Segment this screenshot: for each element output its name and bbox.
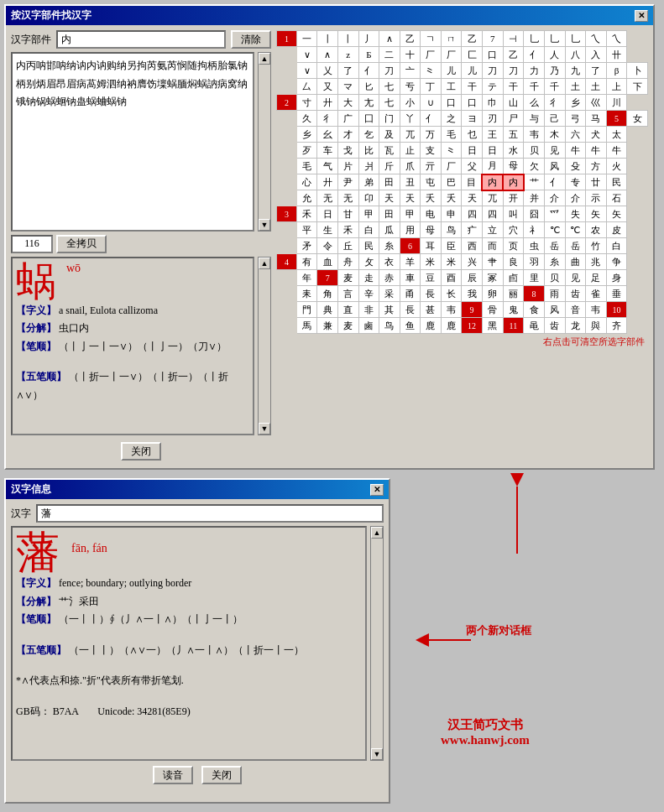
grid-cell[interactable]: 卜 <box>627 63 648 79</box>
grid-cell[interactable]: 广 <box>338 111 359 127</box>
grid-cell[interactable]: 鹿 <box>441 318 462 334</box>
grid-cell[interactable]: 刀 <box>503 63 524 79</box>
grid-cell[interactable]: ⺀ <box>421 63 442 79</box>
grid-cell[interactable]: 典 <box>317 302 338 318</box>
grid-cell[interactable]: 馬 <box>296 318 317 334</box>
grid-cell[interactable]: 丨 <box>317 31 338 47</box>
grid-cell[interactable]: 車 <box>400 270 421 286</box>
grid-cell[interactable]: 鱼 <box>400 318 421 334</box>
grid-cell[interactable]: 毛 <box>441 127 462 143</box>
grid-cell[interactable]: 衣 <box>379 254 400 270</box>
grid-cell[interactable]: 水 <box>503 143 524 159</box>
grid-cell[interactable]: 直 <box>338 302 359 318</box>
grid-cell[interactable]: 血 <box>317 254 338 270</box>
grid-cell[interactable]: 天 <box>462 190 483 206</box>
grid-cell[interactable]: 亐 <box>400 79 421 95</box>
grid-cell[interactable]: 王 <box>482 127 503 143</box>
grid-cell[interactable]: z <box>338 47 359 63</box>
grid-cell[interactable]: 上 <box>606 79 627 95</box>
grid-cell[interactable]: 贝 <box>524 143 545 159</box>
grid-cell[interactable]: 夭 <box>421 190 442 206</box>
grid-cell[interactable]: 乞 <box>358 127 379 143</box>
grid-cell[interactable]: 竹 <box>586 238 607 254</box>
grid-cell[interactable]: 囧 <box>524 206 545 222</box>
grid-cell[interactable]: 丨 <box>338 31 359 47</box>
grid-cell[interactable]: 兴 <box>462 254 483 270</box>
grid-cell[interactable]: 兀 <box>400 127 421 143</box>
grid-cell[interactable]: 西 <box>462 238 483 254</box>
grid-cell[interactable]: 母 <box>421 222 442 238</box>
grid-cell[interactable]: 人 <box>544 47 565 63</box>
grid-cell[interactable]: 民 <box>358 238 379 254</box>
grid-cell[interactable]: 久 <box>296 111 317 127</box>
grid-cell[interactable]: 亻 <box>358 63 379 79</box>
grid-cell[interactable]: Б <box>358 47 379 63</box>
grid-cell[interactable]: 么 <box>524 95 545 111</box>
grid-cell[interactable]: 令 <box>317 238 338 254</box>
grid-cell[interactable]: 山 <box>503 95 524 111</box>
grid-cell[interactable]: 土 <box>565 79 586 95</box>
grid-cell[interactable]: 皮 <box>606 222 627 238</box>
grid-cell[interactable]: 刃 <box>482 111 503 127</box>
grid-cell[interactable]: ∨ <box>296 63 317 79</box>
grid-cell[interactable]: 麦 <box>338 318 359 334</box>
grid-cell[interactable]: 生 <box>317 222 338 238</box>
grid-cell[interactable]: 里 <box>524 270 545 286</box>
grid-cell[interactable]: ⊣ <box>503 31 524 47</box>
grid-cell[interactable]: 乜 <box>462 127 483 143</box>
grid-cell[interactable]: 亓 <box>421 159 442 174</box>
grid-cell[interactable]: 禾 <box>338 222 359 238</box>
grid-cell[interactable]: 厂 <box>441 159 462 174</box>
grid-cell[interactable]: 四 <box>482 206 503 222</box>
grid-cell[interactable]: 辰 <box>462 270 483 286</box>
info-close-btn2[interactable]: 关闭 <box>201 766 242 784</box>
grid-cell[interactable]: 马 <box>586 111 607 127</box>
grid-cell[interactable]: 五 <box>503 127 524 143</box>
grid-cell[interactable]: 我 <box>462 286 483 302</box>
grid-cell[interactable]: 乡 <box>296 127 317 143</box>
grid-cell[interactable]: 疒 <box>462 222 483 238</box>
grid-cell[interactable]: 殳 <box>565 159 586 174</box>
grid-cell[interactable]: 食 <box>524 302 545 318</box>
grid-cell[interactable]: 页 <box>503 238 524 254</box>
grid-cell[interactable]: 10 <box>606 302 627 318</box>
info-detail-scroll-up[interactable]: ▲ <box>371 527 383 539</box>
grid-cell[interactable]: 米 <box>441 254 462 270</box>
grid-cell[interactable]: 言 <box>338 286 359 302</box>
grid-cell[interactable]: 甘 <box>338 206 359 222</box>
grid-cell[interactable]: 了 <box>586 63 607 79</box>
grid-cell[interactable]: 千 <box>544 79 565 95</box>
grid-cell[interactable]: 犬 <box>586 127 607 143</box>
grid-cell[interactable]: 甚 <box>421 302 442 318</box>
grid-cell[interactable]: 农 <box>586 222 607 238</box>
info-scroll-down[interactable]: ▼ <box>259 423 270 435</box>
grid-cell[interactable]: 内 <box>482 174 503 190</box>
grid-cell[interactable]: 長 <box>421 286 442 302</box>
grid-cell[interactable]: 丽 <box>503 286 524 302</box>
grid-cell[interactable]: 并 <box>524 190 545 206</box>
grid-cell[interactable]: 乚 <box>565 31 586 47</box>
grid-cell[interactable]: 廾 <box>317 95 338 111</box>
grid-cell[interactable]: 匚 <box>462 47 483 63</box>
grid-cell[interactable]: 电 <box>421 206 442 222</box>
grid-cell[interactable]: 牛 <box>565 143 586 159</box>
grid-cell[interactable]: 兼 <box>317 318 338 334</box>
grid-cell[interactable]: 丫 <box>400 111 421 127</box>
grid-cell[interactable]: 允 <box>296 190 317 206</box>
grid-cell[interactable]: 廾 <box>317 174 338 190</box>
grid-cell[interactable]: 攵 <box>358 254 379 270</box>
grid-cell[interactable]: 千 <box>524 79 545 95</box>
grid-cell[interactable]: ℃ <box>565 222 586 238</box>
grid-cell[interactable]: 雨 <box>544 286 565 302</box>
grid-cell[interactable]: 7 <box>317 270 338 286</box>
grid-cell[interactable]: 乡 <box>565 95 586 111</box>
grid-cell[interactable]: 齐 <box>606 318 627 334</box>
grid-cell[interactable]: 卬 <box>358 190 379 206</box>
grid-cell[interactable]: 无 <box>338 190 359 206</box>
grid-cell[interactable]: 匕 <box>358 79 379 95</box>
grid-cell[interactable]: 曲 <box>565 254 586 270</box>
grid-cell[interactable]: 方 <box>586 159 607 174</box>
grid-cell[interactable]: 韦 <box>586 302 607 318</box>
grid-cell[interactable]: 八 <box>565 47 586 63</box>
grid-cell[interactable]: 又 <box>317 79 338 95</box>
